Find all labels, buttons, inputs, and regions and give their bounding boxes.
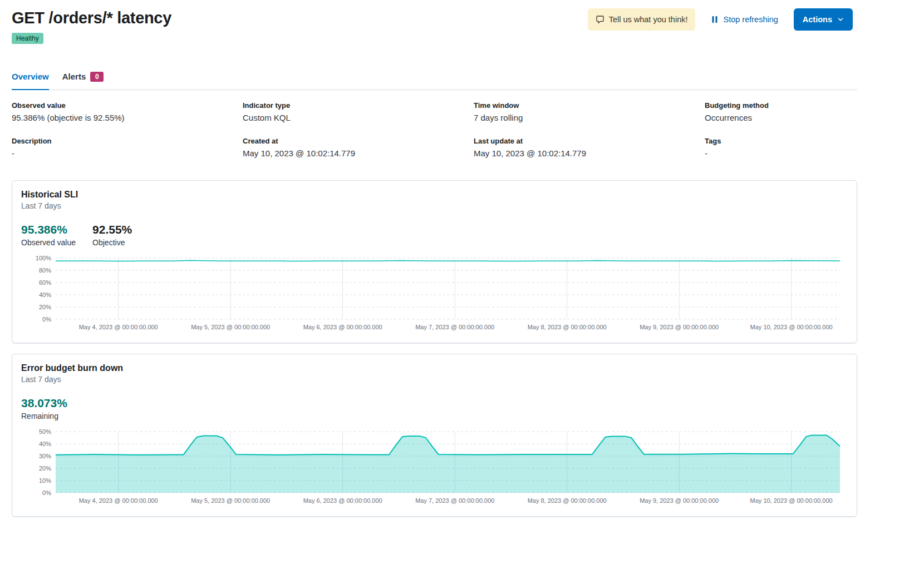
status-badge: Healthy bbox=[12, 33, 43, 44]
detail-label: Tags bbox=[705, 137, 924, 145]
stop-refreshing-label: Stop refreshing bbox=[723, 15, 778, 24]
tab-overview-label: Overview bbox=[12, 72, 49, 81]
detail-item: Indicator type Custom KQL bbox=[243, 101, 474, 122]
slo-detail-page: GET /orders/* latency Healthy Tell us wh… bbox=[0, 0, 924, 517]
svg-text:20%: 20% bbox=[39, 465, 51, 472]
svg-text:20%: 20% bbox=[39, 303, 51, 310]
detail-label: Budgeting method bbox=[705, 101, 924, 110]
detail-value: - bbox=[12, 149, 243, 158]
svg-text:May 9, 2023 @ 00:00:00.000: May 9, 2023 @ 00:00:00.000 bbox=[640, 497, 719, 504]
svg-text:0%: 0% bbox=[42, 489, 51, 496]
stat-remaining: 38.073% Remaining bbox=[21, 396, 67, 420]
svg-text:May 4, 2023 @ 00:00:00.000: May 4, 2023 @ 00:00:00.000 bbox=[79, 497, 158, 504]
title-block: GET /orders/* latency Healthy bbox=[12, 8, 171, 44]
panel-subtitle: Last 7 days bbox=[21, 201, 848, 210]
detail-label: Time window bbox=[474, 101, 705, 110]
budget-stats: 38.073% Remaining bbox=[21, 396, 848, 420]
svg-text:40%: 40% bbox=[39, 441, 51, 447]
svg-text:May 10, 2023 @ 00:00:00.000: May 10, 2023 @ 00:00:00.000 bbox=[750, 324, 833, 330]
svg-text:0%: 0% bbox=[42, 315, 51, 322]
error-budget-panel: Error budget burn down Last 7 days 38.07… bbox=[12, 354, 857, 517]
svg-text:80%: 80% bbox=[39, 266, 51, 273]
svg-text:100%: 100% bbox=[36, 255, 51, 261]
svg-text:May 4, 2023 @ 00:00:00.000: May 4, 2023 @ 00:00:00.000 bbox=[79, 324, 158, 330]
actions-button[interactable]: Actions bbox=[794, 8, 853, 31]
svg-text:May 7, 2023 @ 00:00:00.000: May 7, 2023 @ 00:00:00.000 bbox=[415, 497, 494, 504]
actions-button-label: Actions bbox=[803, 15, 832, 24]
stat-value: 95.386% bbox=[21, 222, 76, 236]
detail-item: Created at May 10, 2023 @ 10:02:14.779 bbox=[243, 137, 474, 158]
detail-label: Observed value bbox=[12, 101, 243, 110]
historical-sli-panel: Historical SLI Last 7 days 95.386% Obser… bbox=[12, 180, 857, 343]
detail-value: 7 days rolling bbox=[474, 113, 705, 122]
detail-value: May 10, 2023 @ 10:02:14.779 bbox=[474, 149, 705, 158]
stat-value: 92.55% bbox=[92, 222, 132, 236]
svg-text:May 9, 2023 @ 00:00:00.000: May 9, 2023 @ 00:00:00.000 bbox=[640, 324, 719, 330]
detail-item: Description - bbox=[12, 137, 243, 158]
panel-title: Historical SLI bbox=[21, 190, 848, 200]
detail-item: Time window 7 days rolling bbox=[474, 101, 705, 122]
tab-alerts[interactable]: Alerts 0 bbox=[62, 72, 104, 90]
detail-item: Tags - bbox=[705, 137, 924, 158]
tab-overview[interactable]: Overview bbox=[12, 72, 49, 90]
feedback-button[interactable]: Tell us what you think! bbox=[588, 8, 696, 31]
svg-text:50%: 50% bbox=[39, 428, 51, 435]
stat-label: Remaining bbox=[21, 412, 67, 420]
panel-title: Error budget burn down bbox=[21, 363, 848, 373]
historical-stats: 95.386% Observed value 92.55% Objective bbox=[21, 222, 848, 247]
detail-value: Occurrences bbox=[705, 113, 924, 122]
svg-text:40%: 40% bbox=[39, 291, 51, 298]
historical-sli-chart: May 4, 2023 @ 00:00:00.000May 5, 2023 @ … bbox=[21, 255, 848, 334]
chevron-down-icon bbox=[837, 16, 844, 23]
header-actions: Tell us what you think! Stop refreshing … bbox=[588, 8, 853, 31]
page-title: GET /orders/* latency bbox=[12, 8, 171, 28]
stat-value: 38.073% bbox=[21, 396, 67, 410]
comment-icon bbox=[596, 15, 604, 24]
svg-text:May 10, 2023 @ 00:00:00.000: May 10, 2023 @ 00:00:00.000 bbox=[750, 497, 833, 504]
svg-text:May 5, 2023 @ 00:00:00.000: May 5, 2023 @ 00:00:00.000 bbox=[191, 324, 270, 330]
detail-item: Last update at May 10, 2023 @ 10:02:14.7… bbox=[474, 137, 705, 158]
detail-label: Created at bbox=[243, 137, 474, 145]
tab-bar: Overview Alerts 0 bbox=[12, 72, 857, 90]
detail-label: Description bbox=[12, 137, 243, 145]
svg-text:30%: 30% bbox=[39, 453, 51, 459]
svg-text:May 5, 2023 @ 00:00:00.000: May 5, 2023 @ 00:00:00.000 bbox=[191, 497, 270, 504]
svg-text:60%: 60% bbox=[39, 279, 51, 285]
slo-details-grid: Observed value 95.386% (objective is 92.… bbox=[12, 101, 924, 158]
svg-text:10%: 10% bbox=[39, 477, 51, 484]
alerts-count-badge: 0 bbox=[90, 72, 104, 82]
stat-objective: 92.55% Objective bbox=[92, 222, 132, 247]
detail-value: 95.386% (objective is 92.55%) bbox=[12, 113, 243, 122]
svg-text:May 8, 2023 @ 00:00:00.000: May 8, 2023 @ 00:00:00.000 bbox=[528, 324, 607, 330]
svg-text:May 7, 2023 @ 00:00:00.000: May 7, 2023 @ 00:00:00.000 bbox=[415, 324, 494, 330]
detail-label: Last update at bbox=[474, 137, 705, 145]
stop-refreshing-button[interactable]: Stop refreshing bbox=[711, 15, 778, 24]
stat-label: Observed value bbox=[21, 238, 76, 247]
detail-value: Custom KQL bbox=[243, 113, 474, 122]
stat-label: Objective bbox=[92, 238, 132, 247]
page-header: GET /orders/* latency Healthy Tell us wh… bbox=[12, 8, 853, 44]
detail-label: Indicator type bbox=[243, 101, 474, 110]
svg-text:May 8, 2023 @ 00:00:00.000: May 8, 2023 @ 00:00:00.000 bbox=[528, 497, 607, 504]
panel-subtitle: Last 7 days bbox=[21, 375, 848, 384]
svg-text:May 6, 2023 @ 00:00:00.000: May 6, 2023 @ 00:00:00.000 bbox=[303, 497, 382, 504]
svg-text:May 6, 2023 @ 00:00:00.000: May 6, 2023 @ 00:00:00.000 bbox=[303, 324, 382, 330]
tab-alerts-label: Alerts bbox=[62, 72, 86, 81]
error-budget-chart: May 4, 2023 @ 00:00:00.000May 5, 2023 @ … bbox=[21, 428, 848, 507]
detail-value: - bbox=[705, 149, 924, 158]
pause-icon bbox=[711, 16, 719, 23]
detail-item: Observed value 95.386% (objective is 92.… bbox=[12, 101, 243, 122]
feedback-button-label: Tell us what you think! bbox=[609, 15, 688, 24]
detail-item: Budgeting method Occurrences bbox=[705, 101, 924, 122]
stat-observed-value: 95.386% Observed value bbox=[21, 222, 76, 247]
detail-value: May 10, 2023 @ 10:02:14.779 bbox=[243, 149, 474, 158]
